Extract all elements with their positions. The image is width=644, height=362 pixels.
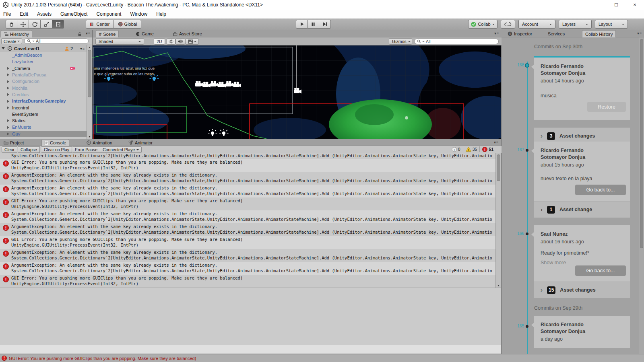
console-entry[interactable]: !ArgumentException: An element with the … — [0, 262, 495, 275]
pivot-center-button[interactable]: Center — [86, 20, 114, 29]
tab-inspector[interactable]: i Inspector — [505, 30, 535, 37]
panel-menu-icon[interactable]: ▾≡ — [637, 31, 642, 35]
tab-animator[interactable]: Animator — [126, 139, 155, 146]
hierarchy-item[interactable]: PantallaDePausa — [0, 72, 87, 78]
panel-menu-icon[interactable]: ▾≡ — [86, 31, 91, 35]
scroll-up-icon[interactable]: ▲ — [87, 46, 92, 49]
console-entry[interactable]: !GUI Error: You are pushing more GUIClip… — [0, 275, 495, 288]
play-button[interactable] — [296, 20, 308, 29]
console-entry[interactable]: !ArgumentException: An element with the … — [0, 223, 495, 236]
status-bar[interactable]: ! GUI Error: You are pushing more GUICli… — [0, 354, 644, 362]
hierarchy-search-input[interactable]: All — [24, 38, 89, 44]
foldout-icon[interactable] — [7, 126, 11, 129]
warning-count-toggle[interactable]: ! 35 — [463, 146, 480, 152]
console-entry[interactable]: !GUI Error: You are pushing more GUIClip… — [0, 197, 495, 210]
go-back-to-button[interactable]: Go back to... — [575, 265, 626, 276]
foldout-icon[interactable] — [7, 93, 11, 96]
chevron-right-icon[interactable]: › — [541, 133, 543, 139]
foldout-icon[interactable] — [7, 106, 11, 109]
chevron-right-icon[interactable]: › — [541, 287, 543, 293]
scrollbar-thumb[interactable] — [640, 39, 643, 248]
show-more-link[interactable]: Show more — [534, 257, 572, 265]
hierarchy-item[interactable]: Mochila — [0, 84, 87, 91]
pause-button[interactable] — [308, 20, 319, 29]
scrollbar-thumb[interactable] — [497, 154, 500, 181]
menu-gameobject[interactable]: GameObject — [60, 11, 87, 17]
console-entry[interactable]: !ArgumentException: An element with the … — [0, 249, 495, 262]
hierarchy-item[interactable]: _AdminBeacon — [0, 52, 87, 58]
scene-audio-button[interactable] — [175, 38, 185, 45]
go-back-to-button[interactable]: Go back to... — [575, 185, 626, 195]
menu-assets[interactable]: Assets — [37, 11, 52, 17]
tab-asset-store[interactable]: Asset Store — [170, 30, 205, 37]
collapse-button[interactable]: Collapse — [18, 146, 40, 153]
layers-dropdown[interactable]: Layers — [559, 20, 592, 29]
clear-button[interactable]: Clear — [2, 146, 17, 153]
hierarchy-item[interactable]: Configuracion — [0, 78, 87, 84]
scene-viewport[interactable]: una misteriosa luz azul, una luz que e q… — [93, 45, 501, 139]
scrollbar-thumb[interactable] — [88, 50, 91, 97]
move-tool-button[interactable] — [17, 20, 29, 29]
hierarchy-item[interactable]: InterfazDuranteGameplay — [0, 98, 87, 104]
hierarchy-item[interactable]: Statics — [0, 117, 87, 124]
tab-scene[interactable]: # Scene — [96, 30, 119, 37]
foldout-icon[interactable] — [7, 67, 11, 70]
menu-edit[interactable]: Edit — [20, 11, 28, 17]
tab-console[interactable]: Console — [41, 139, 69, 146]
close-button[interactable]: × — [625, 0, 644, 10]
foldout-icon[interactable] — [7, 73, 11, 76]
console-entry[interactable]: !ArgumentException: An element with the … — [0, 172, 495, 185]
panel-menu-icon[interactable]: ▾≡ — [494, 140, 499, 144]
tab-hierarchy[interactable]: Hierarchy — [1, 30, 32, 37]
console-entry[interactable]: System.Collections.Generic.Dictionary`2[… — [0, 153, 495, 159]
console-scrollbar[interactable]: ▼ — [495, 153, 501, 288]
error-count-toggle[interactable]: ! 51 — [479, 146, 496, 152]
scene-menu-icon[interactable]: ▾≡ — [80, 47, 85, 51]
scroll-down-icon[interactable]: ▼ — [87, 135, 92, 138]
foldout-icon[interactable] — [7, 132, 11, 136]
hierarchy-item[interactable]: EventSystem — [0, 111, 87, 117]
rect-tool-button[interactable] — [52, 20, 64, 29]
tab-game[interactable]: Game — [133, 30, 157, 37]
maximize-button[interactable]: □ — [607, 0, 625, 10]
scene-effects-dropdown[interactable] — [185, 38, 199, 45]
tab-services[interactable]: Services — [545, 30, 568, 37]
foldout-icon[interactable] — [7, 119, 11, 122]
pivot-global-button[interactable]: Global — [114, 20, 141, 29]
step-button[interactable] — [319, 20, 331, 29]
toggle-2d-button[interactable]: 2D — [154, 38, 165, 45]
menu-component[interactable]: Component — [96, 11, 121, 17]
tab-collab-history[interactable]: Collab History — [582, 30, 616, 37]
foldout-open-icon[interactable] — [2, 47, 5, 51]
foldout-icon[interactable] — [7, 100, 11, 103]
console-entry[interactable]: !GUI Error: You are pushing more GUIClip… — [0, 236, 495, 249]
account-dropdown[interactable]: Account — [518, 20, 555, 29]
scene-search-input[interactable]: All — [414, 39, 499, 44]
console-entry[interactable]: !ArgumentException: An element with the … — [0, 185, 495, 197]
clear-on-play-button[interactable]: Clear on Play — [41, 146, 72, 153]
create-button[interactable]: Create — [1, 38, 22, 44]
console-entry[interactable]: !ArgumentException: An element with the … — [0, 210, 495, 223]
chevron-right-icon[interactable]: › — [541, 207, 543, 212]
collab-dropdown[interactable]: Collab — [468, 20, 497, 29]
console-entry[interactable]: !GUI Error: You are pushing more GUIClip… — [0, 159, 495, 172]
foldout-icon[interactable] — [7, 80, 11, 83]
scroll-down-icon[interactable]: ▼ — [496, 284, 501, 287]
hierarchy-item-selected[interactable]: Guy — [0, 131, 87, 137]
hierarchy-item[interactable]: Creditos — [0, 91, 87, 98]
layout-dropdown[interactable]: Layout — [595, 20, 628, 29]
error-pause-button[interactable]: Error Pause — [72, 146, 100, 153]
connected-player-dropdown[interactable]: Connected Playe — [100, 146, 142, 153]
hierarchy-scrollbar[interactable]: ▲ ▼ — [87, 45, 92, 139]
scene-header-row[interactable]: CaveLevel1 2 ▾≡ — [0, 45, 87, 52]
hierarchy-item[interactable]: EnMuerte — [0, 124, 87, 130]
hierarchy-item[interactable]: _Camera — [0, 65, 87, 72]
hierarchy-item[interactable]: Lazyfucker — [0, 58, 87, 65]
asset-changes-row[interactable]: › 15 Asset changes — [534, 282, 630, 298]
menu-help[interactable]: Help — [156, 11, 166, 17]
cloud-button[interactable] — [501, 20, 515, 29]
rotate-tool-button[interactable] — [29, 20, 41, 29]
panel-menu-icon[interactable]: ▾≡ — [494, 31, 499, 35]
hand-tool-button[interactable] — [6, 20, 17, 29]
menu-window[interactable]: Window — [130, 11, 147, 17]
